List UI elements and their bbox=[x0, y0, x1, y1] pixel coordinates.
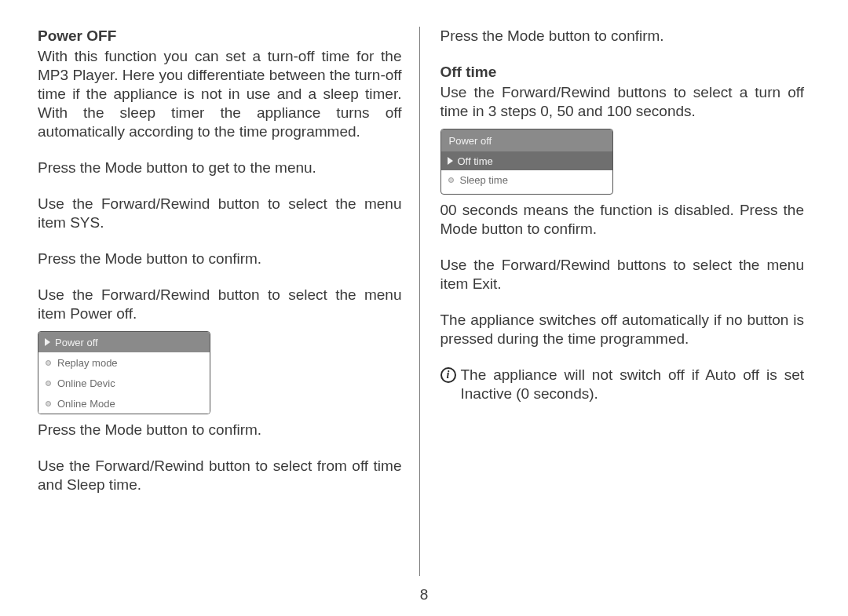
paragraph: Use the Forward/Rewind buttons to select… bbox=[440, 256, 805, 293]
screen-header-label: Power off bbox=[449, 135, 492, 147]
heading-power-off: Power OFF bbox=[38, 27, 402, 46]
menu-item: Replay mode bbox=[38, 352, 210, 373]
menu-label: Sleep time bbox=[460, 174, 508, 186]
screen-header: Power off bbox=[441, 129, 612, 151]
left-column: Power OFF With this function you can set… bbox=[38, 27, 419, 576]
paragraph: Use the Forward/Rewind button to select … bbox=[38, 195, 402, 232]
info-note: i The appliance will not switch off if A… bbox=[440, 366, 805, 403]
arrow-right-icon bbox=[45, 338, 50, 346]
paragraph: Press the Mode button to get to the menu… bbox=[38, 159, 402, 177]
menu-label: Online Devic bbox=[57, 377, 115, 389]
menu-label: Replay mode bbox=[57, 357, 118, 369]
paragraph: 00 seconds means the function is disable… bbox=[440, 201, 805, 239]
heading-off-time: Off time bbox=[440, 63, 805, 82]
paragraph: The appliance switches off automatically… bbox=[440, 311, 805, 348]
page-columns: Power OFF With this function you can set… bbox=[38, 27, 810, 576]
paragraph: The appliance will not switch off if Aut… bbox=[461, 366, 805, 403]
paragraph: Press the Mode button to confirm. bbox=[38, 250, 402, 268]
menu-item: Sleep time bbox=[441, 170, 612, 189]
paragraph: With this function you can set a turn-of… bbox=[38, 47, 402, 141]
page-number: 8 bbox=[0, 586, 848, 603]
paragraph: Use the Forward/Rewind button to select … bbox=[38, 286, 402, 323]
menu-label: Off time bbox=[458, 155, 493, 167]
paragraph: Press the Mode button to confirm. bbox=[38, 421, 402, 439]
arrow-right-icon bbox=[448, 157, 453, 165]
menu-item-selected: Power off bbox=[38, 332, 210, 352]
bullet-icon bbox=[46, 381, 51, 386]
paragraph: Use the Forward/Rewind button to select … bbox=[38, 457, 402, 494]
info-icon: i bbox=[440, 367, 456, 383]
menu-label: Power off bbox=[55, 337, 98, 348]
device-screen-poweroff: Power off Off time Sleep time bbox=[440, 129, 613, 195]
paragraph: Use the Forward/Rewind buttons to select… bbox=[440, 83, 805, 121]
menu-item: Online Mode bbox=[38, 393, 210, 414]
bullet-icon bbox=[46, 401, 51, 406]
paragraph: Press the Mode button to confirm. bbox=[440, 27, 805, 46]
right-column: Press the Mode button to confirm. Off ti… bbox=[419, 27, 811, 576]
bullet-icon bbox=[448, 177, 454, 183]
menu-item: Online Devic bbox=[38, 373, 210, 393]
menu-label: Online Mode bbox=[57, 398, 115, 410]
bullet-icon bbox=[46, 360, 51, 366]
device-screen-menu: Power off Replay mode Online Devic Onlin… bbox=[38, 331, 210, 414]
menu-item-selected: Off time bbox=[441, 151, 612, 170]
